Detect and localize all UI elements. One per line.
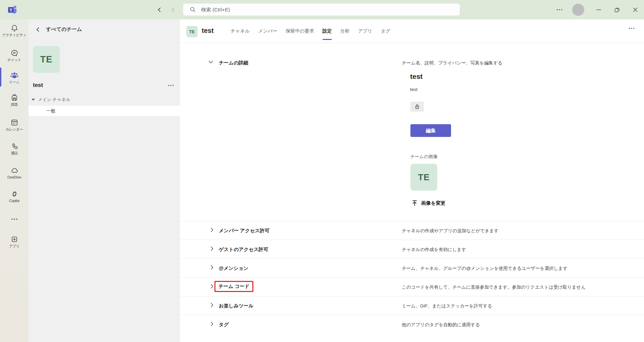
channel-item-general[interactable]: 一般 <box>29 106 180 116</box>
main-content: TE test チャネル メンバー 保留中の要求 設定 分析 アプリ タグ チー… <box>180 19 644 342</box>
row-label: お楽しみツール <box>219 303 253 309</box>
section-description: チーム名、説明、プライバシー、写真を編集する <box>402 60 502 66</box>
upload-arrow-icon <box>412 200 417 206</box>
chevron-right-icon <box>209 246 215 252</box>
row-label: メンバー アクセス許可 <box>219 228 269 234</box>
restore-icon <box>614 7 620 12</box>
edit-button[interactable]: 編集 <box>410 124 451 137</box>
row-tags[interactable]: タグ 他のアプリのタグを自動的に適用する <box>180 315 644 334</box>
privacy-lock-badge <box>410 102 424 112</box>
tab-channels[interactable]: チャネル <box>231 19 250 43</box>
detail-team-name: test <box>410 72 423 81</box>
sidebar-item-label: アクティビティ <box>0 33 29 38</box>
row-label: タグ <box>219 322 229 328</box>
sidebar-item-assignments[interactable]: 課題 <box>0 93 29 107</box>
phone-icon <box>10 142 19 151</box>
svg-text:T: T <box>10 8 12 13</box>
tab-bar: チャネル メンバー 保留中の要求 設定 分析 アプリ タグ <box>231 19 390 43</box>
chevron-right-icon <box>209 264 215 271</box>
team-name: test <box>33 82 43 89</box>
change-image-label: 画像を変更 <box>421 200 446 206</box>
search-box[interactable] <box>183 3 460 16</box>
bell-icon <box>10 24 19 33</box>
sidebar-item-copilot[interactable]: Copilot <box>0 190 29 203</box>
tab-apps[interactable]: アプリ <box>358 19 373 43</box>
header-more-button[interactable] <box>629 28 635 29</box>
section-team-details[interactable]: チームの詳細 チーム名、説明、プライバシー、写真を編集する <box>180 55 644 71</box>
cloud-icon <box>10 166 19 175</box>
chevron-right-icon <box>209 227 215 233</box>
all-teams-back-button[interactable]: すべてのチーム <box>35 26 82 33</box>
settings-rows: メンバー アクセス許可 チャネルの作成やアプリの追加などができます ゲストのアク… <box>180 221 644 334</box>
section-label: チームの詳細 <box>219 60 248 66</box>
chevron-right-icon <box>209 321 215 327</box>
window-restore-button[interactable] <box>609 0 625 19</box>
sidebar-item-label: OneDrive <box>0 175 29 179</box>
row-fun-tools[interactable]: お楽しみツール ミーム、GIF、またはステッカーを許可する <box>180 296 644 315</box>
row-mentions[interactable]: @メンション チーム、チャネル、グループの@メンションを使用できるユーザーを選択… <box>180 258 644 277</box>
row-guest-permissions[interactable]: ゲストのアクセス許可 チャネルの作成を有効にします <box>180 240 644 258</box>
sidebar-item-more-apps[interactable] <box>0 218 29 220</box>
more-dots-icon <box>168 85 174 86</box>
team-options-button[interactable] <box>166 84 175 87</box>
sidebar-item-label: 通話 <box>0 151 29 156</box>
team-image-label: チームの画像 <box>410 154 438 160</box>
lock-icon <box>414 104 420 110</box>
more-dots-icon <box>11 218 18 220</box>
tab-settings[interactable]: 設定 <box>323 19 332 43</box>
calendar-icon <box>10 118 19 127</box>
sidebar-item-label: カレンダー <box>0 127 29 132</box>
sidebar-item-calendar[interactable]: カレンダー <box>0 118 29 132</box>
sidebar-item-label: Copilot <box>0 199 29 203</box>
search-icon <box>190 7 196 12</box>
tab-tags[interactable]: タグ <box>381 19 391 43</box>
triangle-down-icon <box>32 99 35 101</box>
copilot-icon <box>10 190 19 198</box>
sidebar-item-teams[interactable]: チーム <box>0 71 29 85</box>
row-description: ミーム、GIF、またはステッカーを許可する <box>402 303 492 309</box>
sidebar-item-apps[interactable]: アプリ <box>0 235 29 249</box>
row-label: ゲストのアクセス許可 <box>219 246 268 253</box>
team-row: test <box>33 82 175 89</box>
title-bar: T <box>0 0 644 19</box>
window-minimize-button[interactable] <box>591 0 606 19</box>
sidebar-item-label: 課題 <box>0 102 29 107</box>
change-image-button[interactable]: 画像を変更 <box>412 200 446 206</box>
user-avatar[interactable] <box>572 4 584 16</box>
chevron-right-icon <box>209 302 215 308</box>
sidebar-item-activity[interactable]: アクティビティ <box>0 24 29 38</box>
tab-pending-requests[interactable]: 保留中の要求 <box>286 19 314 43</box>
sidebar-item-calls[interactable]: 通話 <box>0 142 29 156</box>
close-icon <box>633 7 638 12</box>
sidebar-item-label: チーム <box>0 80 29 85</box>
row-description: チャネルの作成やアプリの追加などができます <box>402 228 499 234</box>
nav-back-button[interactable] <box>154 5 164 15</box>
more-dots-icon <box>629 28 635 29</box>
row-description: 他のアプリのタグを自動的に適用する <box>402 322 480 328</box>
teams-panel: すべてのチーム TE test メイン チャネル 一般 <box>29 19 180 342</box>
search-input[interactable] <box>201 7 449 12</box>
row-description: このコードを共有して、チームに直接参加できます。参加のリクエストは受け取りません <box>402 284 586 290</box>
chevron-left-icon <box>35 27 41 32</box>
window-close-button[interactable] <box>628 0 643 19</box>
teams-logo-icon: T <box>7 4 18 15</box>
apps-plus-icon <box>10 235 19 244</box>
row-description: チーム、チャネル、グループの@メンションを使用できるユーザーを選択します <box>402 265 567 272</box>
tab-analytics[interactable]: 分析 <box>340 19 350 43</box>
tab-members[interactable]: メンバー <box>258 19 277 43</box>
page-title: test <box>202 27 214 35</box>
channels-group-label: メイン チャネル <box>38 97 70 103</box>
sidebar-item-chat[interactable]: チャット <box>0 49 29 62</box>
team-avatar[interactable]: TE <box>33 46 60 73</box>
team-avatar-small: TE <box>186 26 198 37</box>
titlebar-more-button[interactable] <box>552 0 567 19</box>
nav-forward-button[interactable] <box>168 5 178 15</box>
row-team-code[interactable]: チーム コード このコードを共有して、チームに直接参加できます。参加のリクエスト… <box>180 277 644 296</box>
sidebar-item-onedrive[interactable]: OneDrive <box>0 166 29 179</box>
main-channels-group[interactable]: メイン チャネル <box>32 97 70 103</box>
backpack-icon <box>10 93 19 102</box>
team-header: TE test チャネル メンバー 保留中の要求 設定 分析 アプリ タグ <box>180 19 644 43</box>
chat-bubble-icon <box>10 49 19 57</box>
row-member-permissions[interactable]: メンバー アクセス許可 チャネルの作成やアプリの追加などができます <box>180 221 644 240</box>
row-description: チャネルの作成を有効にします <box>402 247 466 253</box>
